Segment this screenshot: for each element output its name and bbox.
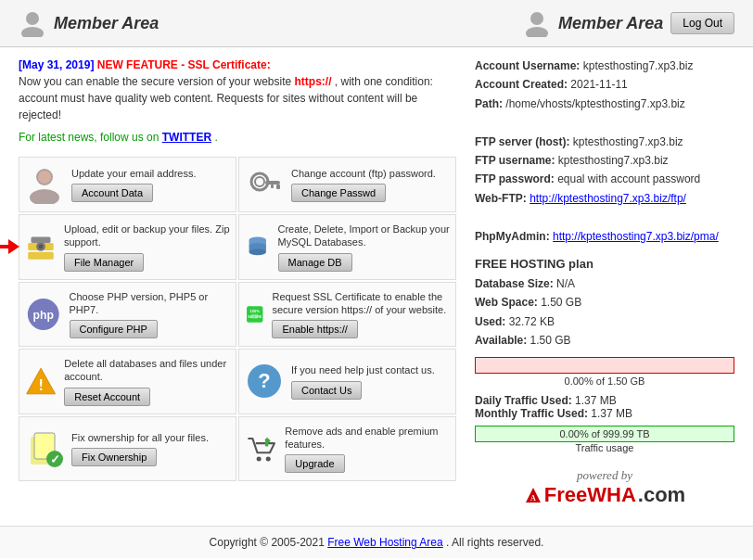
traffic-progress-bar: 0.00% of 999.99 TB bbox=[475, 426, 734, 442]
svg-point-21 bbox=[249, 249, 266, 256]
svg-rect-27 bbox=[251, 313, 258, 318]
powered-by: powered by A FreeWHA.com bbox=[475, 468, 734, 507]
announcement-line1: Now you can enable the secure version of… bbox=[19, 75, 291, 88]
cart-icon bbox=[245, 429, 277, 468]
reset-account-button[interactable]: Reset Account bbox=[64, 388, 150, 406]
fix-ownership-text: Fix ownership for all your files. bbox=[71, 431, 209, 444]
ssl-icon: 100% SECURE bbox=[245, 295, 264, 334]
manage-db-button[interactable]: Manage DB bbox=[278, 253, 352, 272]
brand-suffix: .com bbox=[638, 483, 685, 507]
freewha-logo-icon: A bbox=[524, 486, 542, 504]
account-data-button[interactable]: Account Data bbox=[71, 184, 153, 202]
traffic-info: Daily Traffic Used: 1.37 MB Monthly Traf… bbox=[475, 394, 734, 420]
svg-point-5 bbox=[30, 189, 59, 204]
footer: Copyright © 2005-2021 Free Web Hosting A… bbox=[0, 526, 753, 558]
upgrade-button[interactable]: Upgrade bbox=[285, 454, 344, 473]
contact-us-button[interactable]: Contact Us bbox=[291, 381, 362, 400]
file-manager-text: Upload, edit or backup your files. Zip s… bbox=[64, 223, 230, 249]
db-value: N/A bbox=[556, 277, 575, 290]
svg-point-3 bbox=[526, 27, 548, 37]
grid-cell-php: php Choose PHP version, PHP5 or PHP7. Co… bbox=[19, 282, 236, 348]
svg-text:100%: 100% bbox=[250, 309, 261, 313]
announcement-ssl-link: https:// bbox=[295, 75, 332, 88]
grid-cell-contact: ? If you need help just contact us. Cont… bbox=[238, 349, 456, 414]
ftp-pass-label: FTP password: bbox=[475, 172, 555, 185]
traffic-sub-label: Traffic usage bbox=[475, 442, 734, 453]
svg-point-36 bbox=[257, 456, 262, 461]
grid-cell-managedb: Create, Delete, Import or Backup your My… bbox=[238, 214, 456, 280]
footer-copyright: Copyright © 2005-2021 bbox=[210, 536, 325, 549]
grid-cell-passwd: Change account (ftp) password. Change Pa… bbox=[238, 157, 456, 212]
file-manager-button[interactable]: File Manager bbox=[64, 253, 144, 272]
change-passwd-text: Change account (ftp) password. bbox=[291, 167, 436, 180]
logout-button[interactable]: Log Out bbox=[670, 12, 734, 34]
fix-ownership-button[interactable]: Fix Ownership bbox=[71, 448, 157, 466]
used-value: 32.72 KB bbox=[509, 315, 555, 328]
traffic-daily-value: 1.37 MB bbox=[575, 394, 617, 407]
grid-cell-ssl: 100% SECURE Request SSL Certificate to e… bbox=[238, 282, 456, 348]
svg-rect-11 bbox=[271, 185, 274, 188]
enable-https-text: Request SSL Certificate to enable the se… bbox=[272, 290, 450, 317]
user-icon-right bbox=[523, 9, 551, 37]
announcement-period: . bbox=[214, 131, 217, 144]
svg-text:?: ? bbox=[258, 369, 270, 392]
person-icon bbox=[25, 165, 64, 204]
header-title-right: Member Area bbox=[558, 14, 663, 33]
phpmyadmin-link[interactable]: http://kptesthosting7.xp3.biz/pma/ bbox=[553, 230, 719, 243]
change-passwd-button[interactable]: Change Passwd bbox=[291, 184, 386, 202]
db-icon bbox=[245, 227, 271, 266]
configure-php-text: Choose PHP version, PHP5 or PHP7. bbox=[70, 290, 231, 317]
phpmyadmin-label: PhpMyAdmin: bbox=[475, 230, 550, 243]
svg-rect-16 bbox=[31, 237, 50, 243]
svg-point-37 bbox=[266, 456, 271, 461]
help-icon: ? bbox=[245, 362, 284, 401]
ftp-server-value: kptesthosting7.xp3.biz bbox=[573, 135, 683, 148]
enable-https-button[interactable]: Enable https:// bbox=[272, 320, 357, 338]
announcement-news: For latest news, follow us on bbox=[19, 131, 159, 144]
upgrade-text: Remove ads and enable premium features. bbox=[285, 425, 450, 452]
gear-icon bbox=[25, 227, 57, 266]
webftp-label: Web-FTP: bbox=[475, 192, 527, 205]
header-right: Member Area Log Out bbox=[523, 9, 734, 37]
db-label: Database Size: bbox=[475, 277, 554, 290]
svg-point-1 bbox=[21, 27, 44, 37]
storage-progress-container: 0.00% of 1.50 GB bbox=[475, 357, 734, 387]
account-info: Account Username: kptesthosting7.xp3.biz… bbox=[475, 57, 734, 246]
svg-point-8 bbox=[255, 177, 264, 186]
configure-php-button[interactable]: Configure PHP bbox=[70, 320, 158, 338]
twitter-link[interactable]: TWITTER bbox=[162, 131, 211, 144]
traffic-monthly-value: 1.37 MB bbox=[591, 407, 632, 420]
available-value: 1.50 GB bbox=[530, 334, 571, 347]
traffic-daily-label: Daily Traffic Used: bbox=[475, 394, 572, 407]
created-label: Account Created: bbox=[475, 78, 568, 91]
powered-by-text: powered by bbox=[475, 468, 734, 483]
svg-point-2 bbox=[530, 12, 543, 25]
left-panel: [May 31, 2019] NEW FEATURE - SSL Certifi… bbox=[19, 57, 456, 507]
ftp-user-value: kptesthosting7.xp3.biz bbox=[558, 154, 669, 167]
webspace-value: 1.50 GB bbox=[541, 296, 581, 309]
available-label: Available: bbox=[475, 334, 527, 347]
svg-text:php: php bbox=[33, 309, 54, 322]
webftp-link[interactable]: http://kptesthosting7.xp3.biz/ftp/ bbox=[530, 192, 686, 205]
account-data-text: Update your email address. bbox=[71, 167, 197, 180]
files-icon: ✓ bbox=[25, 429, 64, 468]
announcement-date: [May 31, 2019] bbox=[19, 58, 94, 71]
username-value: kptesthosting7.xp3.biz bbox=[583, 59, 694, 72]
contact-us-text: If you need help just contact us. bbox=[291, 363, 435, 376]
grid-cell-reset: ! Delete all databases and files under a… bbox=[19, 349, 236, 414]
announcement-feature: NEW FEATURE - SSL Certificate: bbox=[97, 58, 271, 71]
php-icon: php bbox=[25, 295, 62, 334]
footer-link[interactable]: Free Web Hosting Area bbox=[327, 536, 443, 549]
webspace-label: Web Space: bbox=[475, 296, 538, 309]
storage-progress-bar bbox=[475, 357, 734, 374]
grid-cell-upgrade: Remove ads and enable premium features. … bbox=[238, 416, 456, 482]
grid-cell-account: Update your email address. Account Data bbox=[19, 157, 236, 212]
header-title-left: Member Area bbox=[54, 14, 159, 33]
plan-info: Database Size: N/A Web Space: 1.50 GB Us… bbox=[475, 274, 734, 350]
svg-text:✓: ✓ bbox=[50, 452, 60, 466]
username-label: Account Username: bbox=[475, 59, 580, 72]
storage-progress-label: 0.00% of 1.50 GB bbox=[475, 375, 734, 387]
svg-rect-9 bbox=[265, 181, 280, 185]
plan-title: FREE HOSTING plan bbox=[475, 257, 734, 271]
header-left: Member Area bbox=[19, 9, 159, 37]
